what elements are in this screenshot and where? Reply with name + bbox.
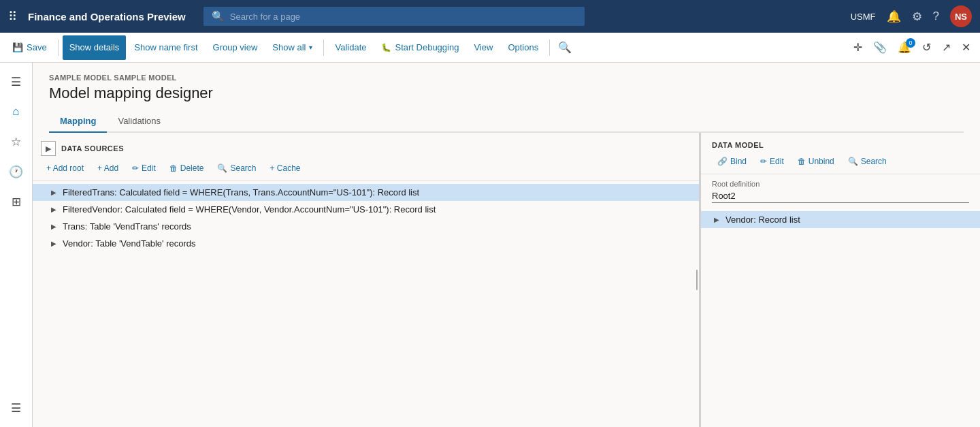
show-name-first-button[interactable]: Show name first xyxy=(127,35,204,60)
top-nav-right: USMF 🔔 ⚙ ? NS xyxy=(851,5,972,27)
bind-button[interactable]: 🔗 Bind xyxy=(712,155,752,168)
app-title: Finance and Operations Preview xyxy=(28,11,186,22)
edit-datasource-button[interactable]: ✏ Edit xyxy=(127,161,161,175)
tab-validations[interactable]: Validations xyxy=(107,110,172,133)
content-area: SAMPLE MODEL SAMPLE MODEL Model mapping … xyxy=(33,63,980,427)
search-model-button[interactable]: 🔍 Search xyxy=(843,155,892,168)
page-title: Model mapping designer xyxy=(49,84,964,102)
sidebar-favorites[interactable]: ☆ xyxy=(3,128,30,155)
add-root-button[interactable]: + Add root xyxy=(41,161,89,175)
start-debugging-button[interactable]: 🐛 Start Debugging xyxy=(374,35,466,60)
sidebar-home[interactable]: ⌂ xyxy=(3,98,30,125)
expand-filteredtrans-icon[interactable]: ▶ xyxy=(49,188,59,197)
expand-trans-icon[interactable]: ▶ xyxy=(49,222,59,232)
expand-filteredvendor-icon[interactable]: ▶ xyxy=(49,205,59,215)
main-layout: ☰ ⌂ ☆ 🕐 ⊞ ☰ SAMPLE MODEL SAMPLE MODEL Mo… xyxy=(0,63,980,427)
sidebar-recent[interactable]: 🕐 xyxy=(3,158,30,185)
notification-bell-icon[interactable]: 🔔 xyxy=(887,10,901,24)
sidebar-workspace[interactable]: ⊞ xyxy=(3,188,30,215)
search-ds-icon: 🔍 xyxy=(217,163,227,173)
cache-button[interactable]: + Cache xyxy=(264,161,306,175)
sidebar-list[interactable]: ☰ xyxy=(3,394,30,422)
settings-gear-icon[interactable]: ⚙ xyxy=(912,10,922,24)
grid-icon[interactable]: ⠿ xyxy=(8,9,17,24)
options-button[interactable]: Options xyxy=(501,35,545,60)
unbind-trash-icon: 🗑 xyxy=(798,157,806,166)
delete-trash-icon: 🗑 xyxy=(169,163,178,173)
edit-model-button[interactable]: ✏ Edit xyxy=(755,155,789,168)
toolbar-separator xyxy=(58,39,59,56)
notification-count: 0 xyxy=(906,38,915,48)
dm-tree-item-vendor[interactable]: ▶ Vendor: Record list xyxy=(701,211,980,228)
panel-expand-button[interactable]: ▶ xyxy=(41,141,56,156)
root-definition-label: Root definition xyxy=(712,180,969,188)
group-view-button[interactable]: Group view xyxy=(206,35,265,60)
resize-handle-bar xyxy=(696,270,698,290)
tab-mapping[interactable]: Mapping xyxy=(49,110,107,133)
search-model-icon: 🔍 xyxy=(848,157,858,166)
view-button[interactable]: View xyxy=(467,35,500,60)
data-model-panel: DATA MODEL 🔗 Bind ✏ Edit 🗑 Unbind xyxy=(701,133,980,427)
sidebar-hamburger[interactable]: ☰ xyxy=(3,68,30,95)
tree-item-vendor-ds[interactable]: ▶ Vendor: Table 'VendTable' records xyxy=(33,235,699,252)
vertical-resize-handle[interactable] xyxy=(695,266,699,294)
unbind-button[interactable]: 🗑 Unbind xyxy=(792,155,840,168)
tabs: Mapping Validations xyxy=(49,110,964,133)
root-definition-value: Root2 xyxy=(712,191,969,203)
open-external-icon[interactable]: ↗ xyxy=(938,38,955,57)
panel-header: ▶ DATA SOURCES xyxy=(33,141,699,161)
pin-icon[interactable]: ✛ xyxy=(849,38,866,57)
usmf-label: USMF xyxy=(851,12,876,22)
expand-vendor-dm-icon[interactable]: ▶ xyxy=(712,215,721,225)
search-input[interactable] xyxy=(230,12,576,22)
data-sources-panel: ▶ DATA SOURCES + Add root + Add ✏ Edit 🗑… xyxy=(33,133,701,427)
bind-link-icon: 🔗 xyxy=(717,157,728,166)
save-button[interactable]: 💾 Save xyxy=(5,35,54,60)
panel-toolbar: + Add root + Add ✏ Edit 🗑 Delete 🔍 Searc… xyxy=(33,161,699,181)
toolbar-separator-3 xyxy=(549,39,550,56)
root-definition-field: Root definition Root2 xyxy=(701,174,980,208)
left-sidebar: ☰ ⌂ ☆ 🕐 ⊞ ☰ xyxy=(0,63,33,427)
tree-item-filteredtrans[interactable]: ▶ FilteredTrans: Calculated field = WHER… xyxy=(33,184,699,201)
help-question-icon[interactable]: ? xyxy=(933,10,939,23)
close-icon[interactable]: ✕ xyxy=(958,38,975,57)
expand-vendor-ds-icon[interactable]: ▶ xyxy=(49,239,59,249)
bookmark-icon[interactable]: 📎 xyxy=(869,38,891,57)
search-bar-icon: 🔍 xyxy=(212,10,225,22)
toolbar: 💾 Save Show details Show name first Grou… xyxy=(0,33,980,63)
show-all-button[interactable]: Show all ▾ xyxy=(265,35,319,60)
show-all-dropdown-arrow: ▾ xyxy=(309,44,312,51)
refresh-icon[interactable]: ↺ xyxy=(918,38,935,57)
search-toolbar-icon[interactable]: 🔍 xyxy=(554,38,576,57)
debug-icon: 🐛 xyxy=(381,43,391,52)
data-model-toolbar: 🔗 Bind ✏ Edit 🗑 Unbind 🔍 Search xyxy=(701,155,980,174)
edit-model-icon: ✏ xyxy=(760,157,767,166)
designer-area: ▶ DATA SOURCES + Add root + Add ✏ Edit 🗑… xyxy=(33,133,980,427)
show-details-button[interactable]: Show details xyxy=(63,35,127,60)
search-datasource-button[interactable]: 🔍 Search xyxy=(212,161,261,175)
toolbar-right: ✛ 📎 🔔 0 ↺ ↗ ✕ xyxy=(849,38,975,57)
breadcrumb: SAMPLE MODEL SAMPLE MODEL xyxy=(49,74,964,82)
delete-button[interactable]: 🗑 Delete xyxy=(164,161,210,175)
validate-button[interactable]: Validate xyxy=(328,35,373,60)
data-sources-tree: ▶ FilteredTrans: Calculated field = WHER… xyxy=(33,181,699,427)
data-sources-title: DATA SOURCES xyxy=(61,144,124,153)
tree-item-filteredvendor[interactable]: ▶ FilteredVendor: Calculated field = WHE… xyxy=(33,201,699,218)
search-bar: 🔍 xyxy=(203,7,585,26)
top-nav: ⠿ Finance and Operations Preview 🔍 USMF … xyxy=(0,0,980,33)
toolbar-separator-2 xyxy=(323,39,324,56)
page-header: SAMPLE MODEL SAMPLE MODEL Model mapping … xyxy=(33,63,980,133)
avatar[interactable]: NS xyxy=(950,5,972,27)
data-model-title: DATA MODEL xyxy=(701,141,980,155)
data-model-tree: ▶ Vendor: Record list xyxy=(701,208,980,427)
edit-pencil-icon: ✏ xyxy=(132,163,139,173)
add-button[interactable]: + Add xyxy=(92,161,124,175)
tree-item-trans[interactable]: ▶ Trans: Table 'VendTrans' records xyxy=(33,218,699,235)
save-icon: 💾 xyxy=(12,42,23,52)
